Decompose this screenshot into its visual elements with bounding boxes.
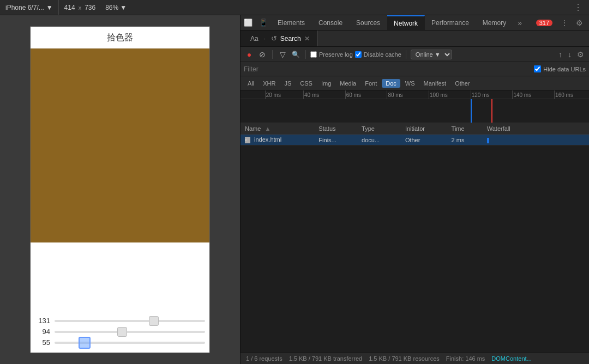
slider-row-1: 131: [35, 317, 205, 325]
white-area: [31, 242, 209, 313]
slider1-value: 131: [35, 317, 50, 325]
slider3-thumb[interactable]: [79, 337, 91, 349]
search-tab[interactable]: Aa · ↺ Search ✕: [241, 31, 318, 46]
devtools-right-icons: 317 ⋮ ⚙: [536, 19, 589, 27]
table-row[interactable]: ▪ index.html Finis... docu... Other 2 ms: [241, 135, 589, 145]
load-line: [491, 99, 492, 123]
slider2-value: 94: [35, 327, 50, 336]
inspect-icon[interactable]: ⬜: [241, 19, 256, 27]
type-filter-doc[interactable]: Doc: [382, 79, 400, 88]
import-button[interactable]: ↑: [557, 50, 564, 59]
slider-row-3: 55: [35, 338, 205, 347]
main-content: 拾色器 131 94: [0, 15, 589, 364]
col-waterfall[interactable]: Waterfall: [483, 123, 589, 135]
devtools-tabs: ⬜ 📱 Elements Console Sources Network Per…: [241, 15, 589, 31]
hide-data-urls-option[interactable]: Hide data URLs: [534, 65, 586, 72]
device-arrow-icon: ▼: [46, 4, 53, 11]
table-header-row: Name ▲ Status Type Initiator Time Waterf…: [241, 123, 589, 135]
tick-140ms: 140 ms: [512, 90, 531, 99]
more-tabs-button[interactable]: »: [513, 19, 526, 27]
network-throttle-select[interactable]: Online ▼: [411, 50, 452, 59]
row-waterfall: [483, 135, 589, 145]
slider3-value: 55: [35, 338, 50, 347]
type-filter-img[interactable]: Img: [317, 79, 335, 88]
devtools-settings-button[interactable]: ⚙: [574, 19, 585, 27]
hide-data-urls-checkbox[interactable]: [534, 65, 541, 72]
network-table: Name ▲ Status Type Initiator Time Waterf…: [241, 123, 589, 145]
record-button[interactable]: ●: [244, 49, 255, 60]
font-size-button[interactable]: Aa: [248, 35, 261, 43]
tab-network[interactable]: Network: [387, 15, 425, 30]
zoom-selector[interactable]: 86% ▼: [101, 4, 131, 11]
row-time: 2 ms: [447, 135, 483, 145]
tab-console[interactable]: Console: [312, 15, 350, 30]
type-filter-ws[interactable]: WS: [401, 79, 419, 88]
search-tab-row: Aa · ↺ Search ✕: [241, 31, 589, 47]
row-name: ▪ index.html: [241, 135, 314, 145]
zoom-label: 86%: [105, 4, 118, 11]
refresh-button[interactable]: ↺: [271, 34, 277, 43]
tick-20ms: 20 ms: [265, 90, 281, 99]
error-badge: 317: [536, 20, 552, 26]
viewport-width: 414: [64, 4, 75, 11]
phone-frame: 拾色器 131 94: [0, 15, 240, 364]
tab-elements[interactable]: Elements: [271, 15, 312, 30]
dom-content-loaded-line: [471, 99, 472, 123]
zoom-arrow-icon: ▼: [120, 4, 127, 11]
preserve-log-label[interactable]: Preserve log: [310, 51, 353, 58]
search-options-button[interactable]: ·: [262, 35, 268, 43]
filter-input[interactable]: [244, 65, 531, 73]
network-toolbar: ● ⊘ ▽ 🔍 Preserve log Disable cache Onlin…: [241, 47, 589, 62]
slider1-thumb[interactable]: [149, 316, 159, 326]
slider3-track[interactable]: [55, 342, 205, 344]
tick-120ms: 120 ms: [471, 90, 490, 99]
network-settings-button[interactable]: ⚙: [575, 50, 586, 59]
dimension-display: 414 x 736: [59, 4, 101, 11]
col-status[interactable]: Status: [314, 123, 357, 135]
transfer-size: 1.5 KB / 791 KB transferred: [289, 355, 363, 362]
topbar-more-button[interactable]: ⋮: [568, 2, 589, 13]
tab-performance[interactable]: Performance: [425, 15, 476, 30]
device-icon[interactable]: 📱: [256, 19, 271, 27]
disable-cache-checkbox[interactable]: [355, 51, 362, 58]
type-filter-font[interactable]: Font: [361, 79, 381, 88]
device-selector[interactable]: iPhone 6/7/... ▼: [0, 0, 59, 15]
tick-160ms: 160 ms: [554, 90, 573, 99]
type-filter-all[interactable]: All: [244, 79, 258, 88]
toolbar-divider-3: [406, 50, 406, 59]
type-filter-css[interactable]: CSS: [296, 79, 316, 88]
network-table-container[interactable]: Name ▲ Status Type Initiator Time Waterf…: [241, 123, 589, 352]
sort-arrow-icon: ▲: [265, 125, 271, 132]
filter-button[interactable]: ▽: [277, 49, 288, 60]
devtools-more-button[interactable]: ⋮: [559, 19, 570, 27]
status-bar: 1 / 6 requests 1.5 KB / 791 KB transferr…: [241, 352, 589, 364]
tab-sources[interactable]: Sources: [350, 15, 387, 30]
viewport-height: 736: [85, 4, 95, 11]
tick-100ms: 100 ms: [429, 90, 448, 99]
search-button[interactable]: 🔍: [290, 49, 301, 60]
slider2-thumb[interactable]: [117, 327, 127, 337]
col-initiator[interactable]: Initiator: [401, 123, 447, 135]
app-title: 拾色器: [31, 27, 209, 48]
slider-row-2: 94: [35, 327, 205, 336]
color-preview-area: [31, 48, 209, 242]
disable-cache-label[interactable]: Disable cache: [355, 51, 401, 58]
stop-button[interactable]: ⊘: [257, 49, 268, 60]
col-type[interactable]: Type: [357, 123, 401, 135]
device-label: iPhone 6/7/...: [5, 4, 44, 11]
col-time[interactable]: Time: [447, 123, 483, 135]
type-filter-media[interactable]: Media: [336, 79, 360, 88]
col-name[interactable]: Name ▲: [241, 123, 314, 135]
row-type: docu...: [357, 135, 401, 145]
slider2-track[interactable]: [55, 331, 205, 333]
tab-memory[interactable]: Memory: [476, 15, 513, 30]
slider1-track[interactable]: [55, 320, 205, 322]
export-button[interactable]: ↓: [566, 50, 573, 59]
type-filter-xhr[interactable]: XHR: [259, 79, 279, 88]
type-filter-js[interactable]: JS: [280, 79, 295, 88]
preserve-log-checkbox[interactable]: [310, 51, 317, 58]
type-filter-manifest[interactable]: Manifest: [420, 79, 450, 88]
search-tab-close-button[interactable]: ✕: [304, 35, 310, 43]
type-filter-other[interactable]: Other: [451, 79, 474, 88]
search-options: Aa ·: [248, 35, 268, 43]
